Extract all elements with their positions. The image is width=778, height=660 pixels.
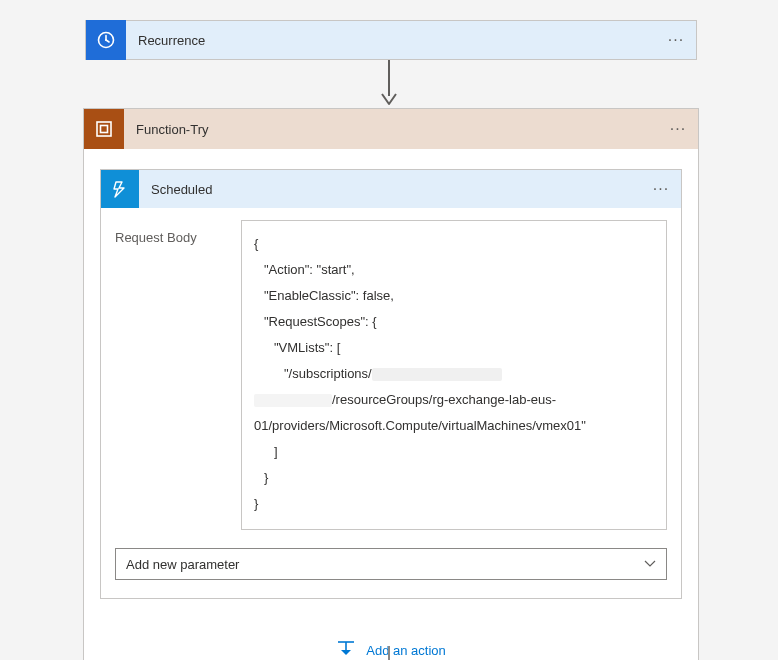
designer-canvas: Recurrence ··· Function-Try ···	[0, 0, 778, 660]
json-line: "EnableClassic": false,	[254, 283, 654, 309]
json-line: }	[254, 465, 654, 491]
json-line: 01/providers/Microsoft.Compute/virtualMa…	[254, 413, 654, 439]
scheduled-header[interactable]: Scheduled ···	[101, 170, 681, 208]
function-icon	[101, 170, 139, 208]
function-try-title: Function-Try	[124, 122, 658, 137]
scheduled-title: Scheduled	[139, 182, 641, 197]
json-line: "Action": "start",	[254, 257, 654, 283]
json-text: /resourceGroups/rg-exchange-lab-eus-	[332, 392, 556, 407]
json-text: "/subscriptions/	[284, 366, 372, 381]
json-line: "VMLists": [	[254, 335, 654, 361]
json-line: "/subscriptions/	[254, 361, 654, 387]
scheduled-card: Scheduled ··· Request Body { "Action": "…	[100, 169, 682, 599]
json-line: ]	[254, 439, 654, 465]
clock-icon	[86, 20, 126, 60]
ellipsis-icon[interactable]: ···	[656, 31, 696, 49]
add-action-label: Add an action	[366, 643, 446, 658]
json-line: }	[254, 491, 654, 517]
scope-icon	[84, 109, 124, 149]
chevron-down-icon	[644, 558, 656, 570]
redacted-text	[372, 368, 502, 381]
svg-point-1	[105, 39, 107, 41]
request-body-label: Request Body	[115, 220, 225, 530]
add-parameter-dropdown[interactable]: Add new parameter	[115, 548, 667, 580]
svg-rect-3	[97, 122, 111, 136]
json-line: "RequestScopes": {	[254, 309, 654, 335]
redacted-text	[254, 394, 332, 407]
recurrence-card[interactable]: Recurrence ···	[85, 20, 697, 60]
connector-arrow	[379, 60, 399, 108]
add-action-icon	[336, 639, 356, 660]
add-parameter-label: Add new parameter	[126, 557, 239, 572]
ellipsis-icon[interactable]: ···	[658, 120, 698, 138]
add-action-button[interactable]: Add an action	[100, 639, 682, 660]
function-try-header[interactable]: Function-Try ···	[84, 109, 698, 149]
recurrence-title: Recurrence	[126, 33, 656, 48]
function-try-body: Scheduled ··· Request Body { "Action": "…	[84, 149, 698, 660]
svg-rect-4	[101, 126, 108, 133]
connector-line	[388, 646, 390, 660]
json-line: {	[254, 231, 654, 257]
request-body-input[interactable]: { "Action": "start", "EnableClassic": fa…	[241, 220, 667, 530]
function-try-card: Function-Try ··· Scheduled ··· Req	[83, 108, 699, 660]
json-line: /resourceGroups/rg-exchange-lab-eus-	[254, 387, 654, 413]
ellipsis-icon[interactable]: ···	[641, 180, 681, 198]
scheduled-body: Request Body { "Action": "start", "Enabl…	[101, 208, 681, 598]
